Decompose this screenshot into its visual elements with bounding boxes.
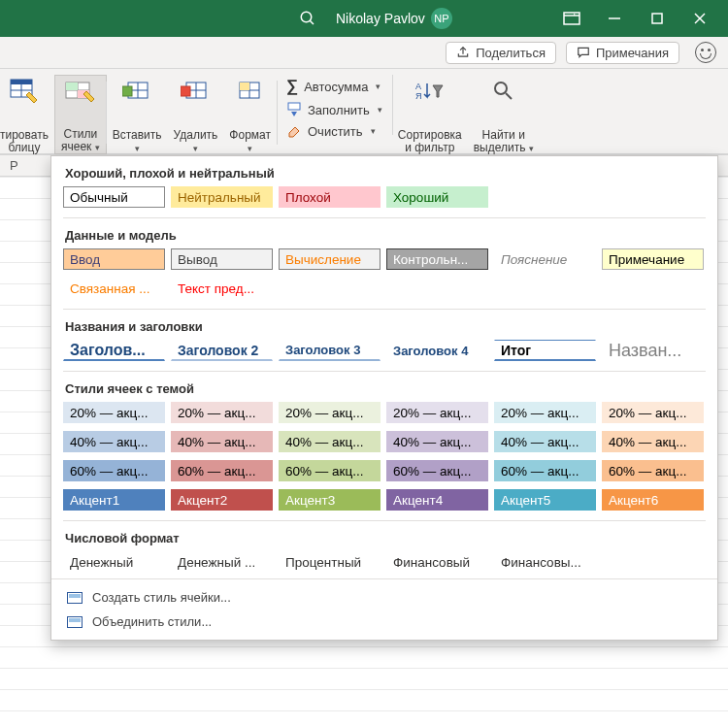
style-swatch[interactable]: Вычисление — [279, 248, 381, 270]
style-swatch[interactable]: 60% — акц... — [602, 460, 704, 481]
style-swatch[interactable]: Хороший — [386, 186, 488, 208]
svg-rect-28 — [240, 82, 249, 90]
insert-label: Вставить▾ — [113, 129, 162, 154]
avatar[interactable]: NP — [431, 8, 452, 29]
merge-styles[interactable]: Объединить стили... — [51, 610, 717, 634]
style-swatch[interactable]: Акцент4 — [386, 489, 488, 511]
autosum-button[interactable]: ∑Автосумма ▾ — [286, 75, 382, 98]
close-button[interactable] — [691, 10, 709, 27]
feedback-icon[interactable] — [695, 42, 716, 63]
ribbon: тировать блицу Стили ячеек ▾ Вставить▾ У… — [0, 69, 728, 154]
style-swatch[interactable]: Пояснение — [494, 248, 596, 270]
style-swatch[interactable]: Денежный ... — [171, 551, 273, 573]
format-icon — [234, 75, 267, 108]
category-data-model: Данные и модель — [51, 222, 717, 247]
svg-rect-5 — [652, 14, 662, 23]
sheet-area: P Хороший, плохой и нейтральный ОбычныйН… — [0, 154, 728, 726]
style-swatch[interactable]: Контрольн... — [386, 248, 488, 270]
svg-point-0 — [301, 12, 312, 22]
category-headings: Названия и заголовки — [51, 314, 717, 338]
cell-styles-button[interactable]: Стили ячеек ▾ — [54, 75, 107, 154]
style-swatch[interactable]: Акцент3 — [279, 489, 381, 511]
style-swatch[interactable]: Заголов... — [63, 340, 165, 361]
category-good-bad-neutral: Хороший, плохой и нейтральный — [51, 160, 717, 184]
delete-button[interactable]: Удалить▾ — [168, 75, 224, 154]
sort-filter-label: Сортировка и фильтр — [398, 129, 462, 154]
share-label: Поделиться — [476, 46, 546, 60]
format-label: Формат▾ — [229, 129, 271, 154]
maximize-button[interactable] — [648, 10, 666, 27]
style-swatch[interactable]: Акцент1 — [63, 489, 165, 511]
username[interactable]: Nikolay Pavlov — [336, 11, 425, 26]
insert-button[interactable]: Вставить▾ — [107, 75, 168, 154]
fill-down-icon — [286, 102, 302, 117]
svg-rect-29 — [288, 103, 300, 110]
style-swatch[interactable]: 20% — акц... — [602, 402, 704, 423]
minimize-button[interactable] — [606, 10, 623, 27]
svg-rect-15 — [66, 82, 78, 90]
style-swatch[interactable]: 20% — акц... — [386, 402, 488, 423]
style-swatch[interactable]: Итог — [494, 340, 596, 361]
svg-rect-9 — [11, 80, 32, 84]
style-swatch[interactable]: 40% — акц... — [386, 431, 488, 452]
svg-point-32 — [495, 82, 507, 94]
style-swatch[interactable]: 20% — акц... — [494, 402, 596, 423]
style-swatch[interactable]: Акцент5 — [494, 489, 596, 511]
style-swatch[interactable]: 60% — акц... — [386, 460, 488, 481]
style-swatch[interactable]: 20% — акц... — [171, 402, 273, 423]
comments-button[interactable]: Примечания — [566, 42, 679, 64]
style-swatch[interactable]: 40% — акц... — [602, 431, 704, 452]
style-swatch[interactable]: Финансовый — [386, 551, 488, 573]
format-button[interactable]: Формат▾ — [223, 75, 277, 154]
style-swatch[interactable]: Заголовок 2 — [171, 340, 273, 361]
style-swatch[interactable]: 60% — акц... — [494, 460, 596, 481]
share-icon — [456, 46, 470, 59]
style-swatch[interactable]: Связанная ... — [63, 278, 165, 299]
new-cell-style[interactable]: Создать стиль ячейки... — [51, 585, 717, 610]
format-table-button[interactable]: тировать блицу — [0, 75, 54, 154]
style-swatch[interactable]: 40% — акц... — [279, 431, 381, 452]
style-swatch[interactable]: 40% — акц... — [63, 431, 165, 452]
svg-line-33 — [506, 93, 512, 99]
search-icon — [299, 10, 316, 27]
gallery-footer: Создать стиль ячейки... Объединить стили… — [51, 578, 717, 640]
sigma-icon: ∑ — [286, 77, 298, 96]
style-swatch[interactable]: Заголовок 4 — [386, 340, 488, 361]
style-swatch[interactable]: 40% — акц... — [171, 431, 273, 452]
style-swatch[interactable]: Денежный — [63, 551, 165, 573]
style-swatch[interactable]: Примечание — [602, 248, 704, 270]
svg-line-1 — [310, 20, 314, 24]
style-swatch[interactable]: Плохой — [279, 186, 381, 208]
style-swatch[interactable]: Обычный — [63, 186, 165, 208]
svg-rect-24 — [181, 86, 190, 96]
find-icon — [487, 75, 520, 108]
style-swatch[interactable]: 60% — акц... — [63, 460, 165, 481]
style-swatch[interactable]: 20% — акц... — [63, 402, 165, 423]
style-swatch[interactable]: 60% — акц... — [171, 460, 273, 481]
sort-filter-button[interactable]: AЯ Сортировка и фильтр — [392, 75, 468, 154]
clear-button[interactable]: Очистить ▾ — [286, 121, 382, 141]
sort-filter-icon: AЯ — [414, 75, 447, 108]
style-swatch[interactable]: 60% — акц... — [279, 460, 381, 481]
style-swatch[interactable]: Финансовы... — [494, 551, 596, 573]
find-select-button[interactable]: Найти и выделить ▾ — [468, 75, 540, 154]
style-swatch[interactable]: Нейтральный — [171, 186, 273, 208]
style-swatch[interactable]: Ввод — [63, 248, 165, 270]
merge-style-icon — [67, 616, 83, 628]
style-swatch[interactable]: Назван... — [602, 340, 704, 361]
style-swatch[interactable]: Заголовок 3 — [279, 340, 381, 361]
share-button[interactable]: Поделиться — [446, 42, 556, 64]
fill-button[interactable]: Заполнить ▾ — [286, 100, 382, 119]
style-swatch[interactable]: 20% — акц... — [279, 402, 381, 423]
style-swatch[interactable]: Процентный — [279, 551, 381, 573]
format-table-label: тировать блицу — [0, 129, 49, 154]
ribbon-mode-icon[interactable] — [563, 10, 580, 27]
style-swatch[interactable]: Текст пред... — [171, 278, 273, 299]
search-area[interactable] — [299, 10, 316, 27]
comments-label: Примечания — [596, 46, 669, 60]
titlebar: Nikolay Pavlov NP — [0, 0, 728, 37]
style-swatch[interactable]: 40% — акц... — [494, 431, 596, 452]
style-swatch[interactable]: Акцент2 — [171, 489, 273, 511]
style-swatch[interactable]: Акцент6 — [602, 489, 704, 511]
style-swatch[interactable]: Вывод — [171, 248, 273, 270]
